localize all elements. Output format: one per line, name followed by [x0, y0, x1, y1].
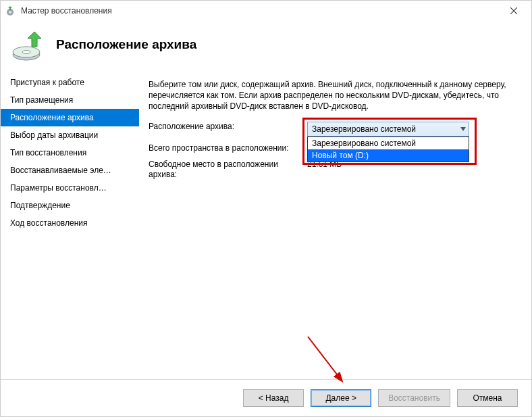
step-items-to-recover[interactable]: Восстанавливаемые эле… [1, 162, 139, 179]
step-recovery-type[interactable]: Тип восстановления [1, 144, 139, 162]
step-progress[interactable]: Ход восстановления [1, 214, 139, 232]
wizard-window: Мастер восстановления Расположение архив… [0, 0, 532, 417]
svg-point-1 [9, 11, 11, 14]
step-getting-started[interactable]: Приступая к работе [1, 74, 139, 91]
svg-point-6 [22, 51, 30, 54]
titlebar: Мастер восстановления [1, 1, 531, 21]
archive-location-combobox[interactable]: Зарезервировано системой [307, 122, 469, 137]
restore-wizard-icon [5, 5, 16, 16]
step-confirmation[interactable]: Подтверждение [1, 197, 139, 214]
step-archive-location[interactable]: Расположение архива [1, 109, 139, 126]
row-archive-location: Расположение архива: Зарезервировано сис… [149, 122, 518, 137]
page-heading: Расположение архива [56, 37, 196, 52]
back-button[interactable]: < Назад [243, 389, 304, 407]
label-total-space: Всего пространства в расположении: [149, 143, 307, 153]
label-free-space: Свободное место в расположении архива: [149, 160, 307, 180]
close-icon [510, 7, 517, 14]
window-title: Мастер восстановления [21, 6, 500, 16]
wizard-body: Приступая к работе Тип размещения Распол… [1, 74, 531, 379]
step-recovery-options[interactable]: Параметры восстановл… [1, 179, 139, 197]
restore-button: Восстановить [378, 389, 450, 407]
combobox-selected-text: Зарезервировано системой [312, 124, 416, 134]
row-free-space: Свободное место в расположении архива: 2… [149, 160, 518, 180]
wizard-header: Расположение архива [1, 21, 531, 74]
dropdown-option-system-reserved[interactable]: Зарезервировано системой [308, 137, 469, 149]
steps-sidebar: Приступая к работе Тип размещения Распол… [1, 74, 139, 379]
wizard-footer: < Назад Далее > Восстановить Отмена [1, 379, 531, 416]
instruction-text: Выберите том или диск, содержащий архив.… [149, 79, 518, 112]
svg-line-7 [308, 337, 342, 381]
archive-location-dropdown[interactable]: Зарезервировано системой Новый том (D:) [307, 137, 469, 162]
label-archive-location: Расположение архива: [149, 122, 307, 131]
step-placement-type[interactable]: Тип размещения [1, 91, 139, 109]
close-button[interactable] [500, 1, 527, 20]
next-button[interactable]: Далее > [311, 389, 371, 407]
chevron-down-icon [460, 125, 466, 132]
step-backup-date[interactable]: Выбор даты архивации [1, 126, 139, 144]
wizard-content: Выберите том или диск, содержащий архив.… [139, 74, 531, 379]
restore-disc-icon [11, 28, 45, 62]
cancel-button[interactable]: Отмена [457, 389, 518, 407]
dropdown-option-new-volume-d[interactable]: Новый том (D:) [308, 149, 469, 162]
